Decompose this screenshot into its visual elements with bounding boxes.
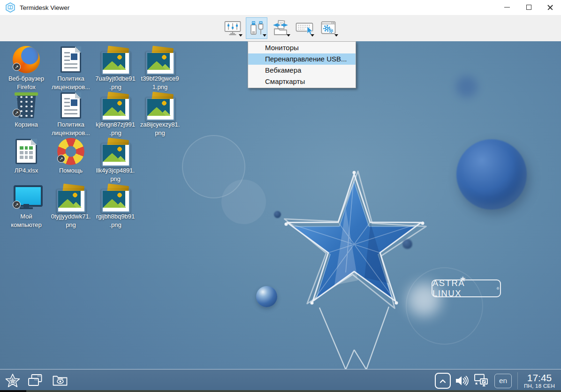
desktop-icon-firefox[interactable]: Веб-браузерFirefox <box>5 45 48 91</box>
desktop-icon-img-rgijbh8bq9b91[interactable]: rgijbh8bq9b91.png <box>94 183 137 229</box>
toolbar-button-keyboard-redirect[interactable] <box>294 17 315 39</box>
tray-divider <box>517 372 518 389</box>
file-manager-button[interactable] <box>52 374 68 388</box>
desktop-icon-label: Мойкомпьютер <box>4 212 49 229</box>
desktop-icon-img-kj6ngn87zj991[interactable]: kj6ngn87zj991.png <box>94 91 137 137</box>
wallpaper-sphere <box>456 139 527 210</box>
desktop-icon-my-computer[interactable]: Мойкомпьютер <box>5 183 48 229</box>
dropdown-arrow-icon <box>239 34 243 38</box>
desktop-icon-label: Корзина <box>4 121 49 129</box>
desktop-icon-img-t39bf29gwce91[interactable]: t39bf29gwce91.png <box>138 45 182 91</box>
taskbar: en 17:45 ПН, 18 СЕН <box>0 369 561 392</box>
language-indicator[interactable]: en <box>494 374 512 388</box>
window-switcher-button[interactable] <box>27 374 45 388</box>
desktop-icon-img-7ua9yjt0dbe91[interactable]: 7ua9yjt0dbe91.png <box>94 45 137 91</box>
window-controls <box>496 0 561 15</box>
minimize-icon <box>504 7 510 8</box>
desktop-icon-label: Помощь <box>48 166 93 175</box>
lens-flare <box>221 180 266 224</box>
usb-menu-item-0[interactable]: Мониторы <box>248 42 356 53</box>
wallpaper-sphere <box>274 211 281 218</box>
toolbar-button-usb-redirect[interactable] <box>246 17 267 39</box>
desktop-icon-recycle-bin[interactable]: Корзина <box>5 91 48 129</box>
toolbar-button-file-transfer[interactable] <box>270 17 291 39</box>
desktop-icon-img-llk4y3jcp4891[interactable]: llk4y3jcp4891.png <box>94 137 137 183</box>
usb-menu-item-3[interactable]: Смарткарты <box>248 76 356 87</box>
titlebar: Termidesk Viewer <box>0 0 561 15</box>
termidesk-viewer-window: Termidesk Viewer <box>0 0 561 392</box>
desktop-icon-glyph <box>94 91 137 120</box>
usb-menu-item-2[interactable]: Вебкамера <box>248 65 356 76</box>
desktop-icon-policy-doc-1[interactable]: Политикалицензиров... <box>49 45 92 91</box>
termidesk-app-icon <box>5 2 16 13</box>
desktop-icon-glyph <box>94 45 137 74</box>
desktop-icon-img-za8ijcyexzy81[interactable]: za8ijcyexzy81.png <box>138 91 182 137</box>
toolbar-button-session-settings[interactable] <box>318 17 339 39</box>
desktop-icon-glyph <box>49 91 92 120</box>
desktop-icon-glyph <box>138 45 182 74</box>
desktop-icon-help[interactable]: Помощь <box>49 137 92 175</box>
desktop-icon-label: 7ua9yjt0dbe91.png <box>93 75 138 91</box>
wallpaper-sphere <box>402 239 412 249</box>
astra-logo-reg: ® <box>497 286 500 291</box>
desktop-icon-label: Политикалицензиров... <box>48 121 93 137</box>
desktop-icon-glyph <box>138 91 182 120</box>
astra-star-icon <box>460 275 467 283</box>
desktop-icon-label: za8ijcyexzy81.png <box>137 121 182 137</box>
toolbar <box>0 15 561 41</box>
start-menu-button[interactable] <box>5 373 21 388</box>
network-displays-icon <box>473 373 490 388</box>
dropdown-arrow-icon <box>311 34 314 38</box>
close-button[interactable] <box>539 0 561 15</box>
desktop-icon-lr4-xlsx[interactable]: ЛР4.xlsx <box>5 137 48 175</box>
desktop-icon-glyph <box>94 137 137 166</box>
astra-star-wallpaper <box>274 167 434 369</box>
desktop-icon-glyph <box>49 45 92 74</box>
shortcut-arrow-icon <box>13 109 21 117</box>
desktop-icon-label: llk4y3jcp4891.png <box>93 166 138 183</box>
usb-dropdown-menu: МониторыПеренаправление USB...ВебкамераС… <box>248 41 356 88</box>
minimize-button[interactable] <box>496 0 518 15</box>
desktop-icon-label: rgijbh8bq9b91.png <box>93 212 138 229</box>
volume-button[interactable] <box>455 375 469 387</box>
desktop-icon-glyph <box>49 137 92 166</box>
desktop-icon-glyph <box>5 91 48 120</box>
desktop-icon-glyph <box>5 137 48 166</box>
desktop-icon-label: 0tyjjyyddwk71.png <box>48 212 93 229</box>
clock-time: 17:45 <box>523 373 556 383</box>
desktop-icon-label: Веб-браузерFirefox <box>4 75 49 91</box>
desktop-icon-glyph <box>5 183 48 211</box>
windows-icon <box>27 374 45 388</box>
desktop-icon-label: Политикалицензиров... <box>48 75 93 91</box>
taskbar-clock[interactable]: 17:45 ПН, 18 СЕН <box>523 373 556 389</box>
maximize-button[interactable] <box>518 0 539 15</box>
desktop-icon-policy-doc-2[interactable]: Политикалицензиров... <box>49 91 92 137</box>
volume-icon <box>455 375 469 387</box>
chevron-up-icon <box>437 376 448 385</box>
language-code: en <box>499 377 507 385</box>
wallpaper-sphere <box>256 286 277 307</box>
network-button[interactable] <box>473 373 490 388</box>
tray-expand-button[interactable] <box>435 373 451 389</box>
toolbar-button-display-settings[interactable] <box>222 17 243 39</box>
remote-desktop-view: ASTRA LINUX® Веб-браузерFirefox Корзина … <box>0 41 561 369</box>
desktop-icon-img-0tyjjyyddwk71[interactable]: 0tyjjyyddwk71.png <box>49 183 92 229</box>
shortcut-arrow-icon <box>13 63 21 71</box>
desktop-icon-label: kj6ngn87zj991.png <box>93 121 138 137</box>
start-star-icon <box>5 373 21 388</box>
shortcut-arrow-icon <box>13 201 21 209</box>
maximize-icon <box>526 5 531 10</box>
folder-eye-icon <box>52 374 68 388</box>
desktop-icon-glyph <box>5 45 48 74</box>
clock-date: ПН, 18 СЕН <box>523 383 556 389</box>
shortcut-arrow-icon <box>57 155 65 163</box>
desktop-icon-glyph <box>49 183 92 211</box>
taskbar-tray: en 17:45 ПН, 18 СЕН <box>435 370 561 391</box>
taskbar-left <box>5 370 68 391</box>
desktop-icon-glyph <box>94 183 137 211</box>
dropdown-arrow-icon <box>287 34 290 38</box>
desktop-icon-label: ЛР4.xlsx <box>4 166 49 175</box>
close-icon <box>547 4 553 11</box>
usb-menu-item-1[interactable]: Перенаправление USB... <box>248 53 356 65</box>
wallpaper-sphere <box>456 76 478 98</box>
